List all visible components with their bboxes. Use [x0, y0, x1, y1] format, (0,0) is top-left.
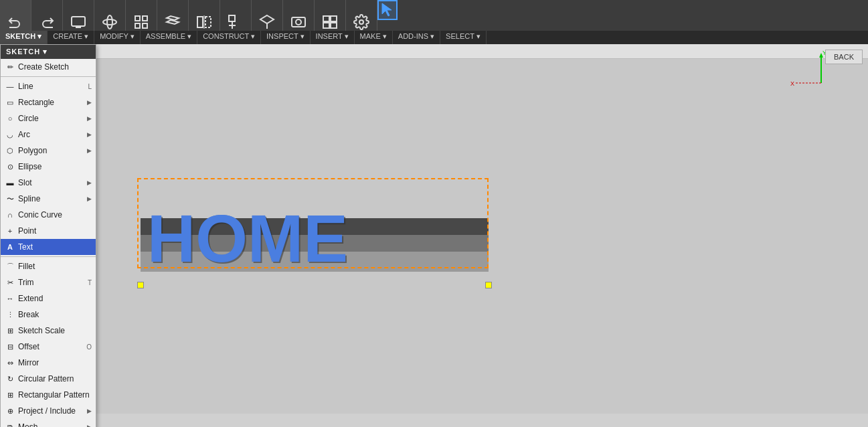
svg-rect-20: [323, 16, 329, 21]
menu-item-trim[interactable]: ✂ Trim T: [1, 274, 96, 290]
construct-menu-tab[interactable]: CONSTRUCT ▾: [197, 31, 261, 44]
svg-rect-23: [331, 23, 337, 28]
menu-item-offset[interactable]: ⊟ Offset O: [1, 339, 96, 355]
menu-item-slot[interactable]: ▬ Slot ▶: [1, 175, 96, 191]
line-icon: —: [5, 81, 15, 92]
menu-item-break[interactable]: ⋮ Break: [1, 307, 96, 323]
slot-label: Slot: [18, 178, 32, 187]
canvas-tab-strip: ● ✕: [0, 44, 868, 59]
menu-item-line[interactable]: — Line L: [1, 78, 96, 94]
menu-item-rectangular-pattern[interactable]: ⊞ Rectangular Pattern: [1, 387, 96, 403]
menu-item-circular-pattern[interactable]: ↻ Circular Pattern: [1, 371, 96, 387]
menu-item-text[interactable]: A Text: [1, 239, 96, 255]
menu-item-fillet[interactable]: ⌒ Fillet: [1, 258, 96, 274]
insert-menu-tab[interactable]: INSERT ▾: [311, 31, 355, 44]
menu-item-extend[interactable]: ↔ Extend: [1, 290, 96, 307]
menu-item-project-include[interactable]: ⊕ Project / Include ▶: [1, 403, 96, 419]
slot-arrow: ▶: [87, 179, 92, 186]
orbit-icon: [100, 12, 120, 32]
offset-label: Offset: [18, 342, 39, 351]
circle-label: Circle: [18, 114, 39, 123]
line-shortcut: L: [88, 83, 92, 90]
menu-header-label: SKETCH ▾: [6, 48, 48, 56]
menu-item-polygon[interactable]: ⬡ Polygon ▶: [1, 143, 96, 159]
add-ins-menu-tab[interactable]: ADD-INS ▾: [393, 31, 440, 44]
arc-icon: ◡: [5, 129, 15, 140]
grid-icon: [131, 12, 151, 32]
svg-marker-16: [260, 15, 274, 23]
menu-item-conic-curve[interactable]: ∩ Conic Curve: [1, 207, 96, 223]
select-menu-tab[interactable]: SELECT ▾: [440, 31, 487, 44]
main-layout: SKETCH ▾ ✏ Create Sketch — Line L ▭ Rect…: [0, 44, 868, 414]
toolbar-select-active[interactable]: [377, 0, 398, 20]
text-icon: A: [5, 242, 15, 252]
redo-icon: [37, 12, 57, 32]
display-icon: [68, 12, 88, 32]
handle-bottom-left[interactable]: [137, 282, 144, 288]
line-label: Line: [18, 82, 33, 91]
rectangle-icon: ▭: [5, 97, 15, 108]
menu-item-sketch-scale[interactable]: ⊞ Sketch Scale: [1, 323, 96, 339]
menu-item-create-sketch[interactable]: ✏ Create Sketch: [1, 59, 96, 75]
svg-marker-25: [382, 3, 392, 16]
sketch-menu-tab[interactable]: SKETCH ▾: [0, 31, 48, 44]
create-menu-tab[interactable]: CREATE ▾: [48, 31, 94, 44]
spline-label: Spline: [18, 194, 40, 203]
menu-item-spline[interactable]: 〜 Spline ▶: [1, 191, 96, 207]
svg-rect-7: [143, 23, 147, 28]
mesh-arrow: ▶: [87, 424, 92, 427]
canvas-area[interactable]: ● ✕ HOME HOME HOME: [0, 44, 868, 414]
menu-item-point[interactable]: + Point: [1, 223, 96, 239]
trim-icon: ✂: [5, 277, 15, 288]
menu-item-circle[interactable]: ○ Circle ▶: [1, 110, 96, 126]
svg-text:HOME: HOME: [147, 201, 348, 272]
mirror-menu-icon: ⇔: [5, 357, 15, 368]
svg-rect-6: [135, 23, 140, 28]
mirror-label: Mirror: [18, 358, 39, 367]
modify-menu-tab[interactable]: MODIFY ▾: [94, 31, 141, 44]
mesh-label: Mesh: [18, 422, 37, 427]
svg-rect-0: [72, 17, 85, 26]
home-container: HOME HOME HOME: [141, 198, 489, 285]
project-include-arrow: ▶: [87, 408, 92, 414]
circle-icon: ○: [5, 113, 15, 124]
offset-icon: ⊟: [5, 341, 15, 352]
arc-label: Arc: [18, 130, 30, 139]
menu-separator-2: [1, 256, 96, 257]
menu-item-mesh[interactable]: ⧉ Mesh ▶: [1, 419, 96, 427]
back-button[interactable]: BACK: [825, 50, 863, 64]
extend-label: Extend: [18, 294, 43, 303]
make-menu-tab[interactable]: MAKE ▾: [355, 31, 393, 44]
mesh-icon: ⧉: [5, 422, 15, 427]
inspect-menu-tab[interactable]: INSPECT ▾: [261, 31, 311, 44]
svg-marker-9: [167, 20, 179, 24]
svg-text:X: X: [790, 80, 794, 87]
assemble-menu-tab[interactable]: ASSEMBLE ▾: [141, 31, 197, 44]
extend-icon: ↔: [5, 293, 15, 304]
menu-item-mirror[interactable]: ⇔ Mirror: [1, 355, 96, 371]
svg-rect-4: [135, 16, 140, 21]
sketch-scale-label: Sketch Scale: [18, 326, 65, 335]
menu-item-arc[interactable]: ◡ Arc ▶: [1, 126, 96, 143]
polygon-arrow: ▶: [87, 147, 92, 154]
handle-bottom-right[interactable]: [485, 282, 492, 288]
trim-label: Trim: [18, 278, 34, 287]
svg-marker-8: [167, 16, 179, 20]
svg-rect-22: [323, 23, 329, 28]
trim-shortcut: T: [88, 279, 92, 286]
spline-icon: 〜: [5, 193, 15, 204]
slot-icon: ▬: [5, 177, 15, 188]
break-label: Break: [18, 310, 39, 319]
polygon-icon: ⬡: [5, 145, 15, 156]
menu-item-rectangle[interactable]: ▭ Rectangle ▶: [1, 94, 96, 110]
circle-arrow: ▶: [87, 115, 92, 122]
spline-arrow: ▶: [87, 195, 92, 202]
fillet-icon: ⌒: [5, 261, 15, 272]
undo-icon: [5, 12, 25, 32]
svg-point-2: [103, 19, 116, 25]
home-graphic: HOME HOME HOME: [141, 198, 489, 272]
menu-item-ellipse[interactable]: ⊙ Ellipse: [1, 159, 96, 175]
rectangle-arrow: ▶: [87, 99, 92, 106]
break-icon: ⋮: [5, 309, 15, 320]
circular-pattern-label: Circular Pattern: [18, 374, 74, 383]
